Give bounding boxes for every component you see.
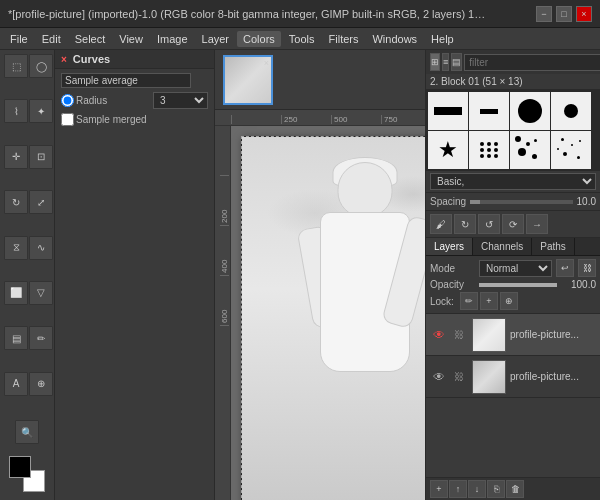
brush-view-list[interactable]: ≡ [442, 53, 449, 71]
opacity-slider[interactable] [479, 283, 557, 287]
layer-bottom-bar: + ↑ ↓ ⎘ 🗑 [426, 477, 600, 500]
brush-cell-rect-sm[interactable] [469, 92, 509, 130]
curves-merged-checkbox[interactable] [61, 113, 74, 126]
brush-cell-dots[interactable] [469, 131, 509, 169]
tool-ellipse-select[interactable]: ◯ [29, 54, 53, 78]
mode-label: Mode [430, 263, 475, 274]
menu-colors[interactable]: Colors [237, 31, 281, 47]
tool-smudge[interactable]: ∿ [29, 236, 53, 260]
curves-close[interactable]: × [61, 54, 67, 65]
brush-shape-circle-sm [564, 104, 578, 118]
menu-image[interactable]: Image [151, 31, 194, 47]
brush-cell-circle-sm[interactable] [551, 92, 591, 130]
layers-panel: Layers Channels Paths Mode Normal ↩ ⛓ Op… [426, 238, 600, 500]
mode-row: Mode Normal ↩ ⛓ [430, 259, 596, 277]
brush-view-large[interactable]: ▤ [451, 53, 462, 71]
new-layer-btn[interactable]: + [430, 480, 448, 498]
brush-cell-star[interactable]: ★ [428, 131, 468, 169]
menu-edit[interactable]: Edit [36, 31, 67, 47]
menu-select[interactable]: Select [69, 31, 112, 47]
tool-bucket[interactable]: ▽ [29, 281, 53, 305]
menu-layer[interactable]: Layer [196, 31, 236, 47]
close-button[interactable]: × [576, 6, 592, 22]
spacing-slider[interactable] [470, 200, 572, 204]
tab-layers[interactable]: Layers [426, 238, 473, 255]
menu-tools[interactable]: Tools [283, 31, 321, 47]
mode-select[interactable]: Normal [479, 260, 552, 277]
curves-body: Radius 3 Sample merged [55, 69, 214, 130]
tool-move[interactable]: ✛ [4, 145, 28, 169]
opacity-label: Opacity [430, 279, 475, 290]
layer-item-2[interactable]: 👁 ⛓ profile-picture... [426, 356, 600, 398]
layer-1-link-icon[interactable]: ⛓ [450, 326, 468, 344]
layer-2-visibility-icon[interactable]: 👁 [430, 368, 448, 386]
curves-radius-select[interactable]: 3 [153, 92, 208, 109]
curves-channel-input[interactable] [61, 73, 191, 88]
foreground-color-swatch[interactable] [9, 456, 31, 478]
brush-cell-scatter1[interactable] [510, 131, 550, 169]
tool-crop[interactable]: ⊡ [29, 145, 53, 169]
mode-reset-btn[interactable]: ↩ [556, 259, 574, 277]
mode-chain-btn[interactable]: ⛓ [578, 259, 596, 277]
lock-pencil-btn[interactable]: ✏ [460, 292, 478, 310]
tool-pencil[interactable]: ✏ [29, 326, 53, 350]
duplicate-layer-btn[interactable]: ⎘ [487, 480, 505, 498]
tool-scale[interactable]: ⤢ [29, 190, 53, 214]
layer-2-link-icon[interactable]: ⛓ [450, 368, 468, 386]
tool-shear[interactable]: ⧖ [4, 236, 28, 260]
brush-filter-input[interactable] [464, 54, 600, 71]
tab-channels[interactable]: Channels [473, 238, 532, 255]
title-controls: − □ × [536, 6, 592, 22]
brush-shape-scatter2 [553, 134, 589, 166]
tool-rect-select[interactable]: ⬚ [4, 54, 28, 78]
brush-view-grid[interactable]: ⊞ [430, 53, 440, 71]
menu-filters[interactable]: Filters [323, 31, 365, 47]
brush-cell-circle-lg[interactable] [510, 92, 550, 130]
opacity-row: Opacity 100.0 [430, 279, 596, 290]
tab-paths[interactable]: Paths [532, 238, 575, 255]
curves-merged-label: Sample merged [76, 114, 147, 125]
layer-1-thumb-image [473, 319, 505, 351]
brush-rotate-icon-btn[interactable]: ↻ [454, 214, 476, 234]
brush-arrow-icon-btn[interactable]: → [526, 214, 548, 234]
menu-help[interactable]: Help [425, 31, 460, 47]
tool-zoom[interactable]: 🔍 [15, 420, 39, 444]
spacing-row: Spacing 10.0 [426, 192, 600, 210]
lock-plus-btn[interactable]: + [480, 292, 498, 310]
tool-rotate[interactable]: ↻ [4, 190, 28, 214]
brush-cell-rect-wide[interactable] [428, 92, 468, 130]
brush-grid: ★ [426, 90, 600, 171]
brushes-preset-row: Basic, [426, 171, 600, 192]
tool-eraser[interactable]: ⬜ [4, 281, 28, 305]
thumbnail-strip: × [215, 50, 425, 110]
tool-grid: ⬚ ◯ ⌇ ✦ ✛ ⊡ ↻ ⤢ ⧖ ∿ ⬜ ▽ ▤ ✏ A ⊕ [0, 50, 54, 420]
tool-free-select[interactable]: ⌇ [4, 99, 28, 123]
layer-1-visibility-icon[interactable]: 👁 [430, 326, 448, 344]
canvas-image-container [241, 136, 425, 500]
maximize-button[interactable]: □ [556, 6, 572, 22]
tool-gradient[interactable]: ▤ [4, 326, 28, 350]
tool-fuzzy-select[interactable]: ✦ [29, 99, 53, 123]
brush-reset-icon-btn[interactable]: ↺ [478, 214, 500, 234]
layer-item-1[interactable]: 👁 ⛓ profile-picture... [426, 314, 600, 356]
opacity-fill [479, 283, 557, 287]
brush-paint-icon-btn[interactable]: 🖌 [430, 214, 452, 234]
delete-layer-btn[interactable]: 🗑 [506, 480, 524, 498]
lock-circle-btn[interactable]: ⊕ [500, 292, 518, 310]
document-thumb[interactable]: × [223, 55, 273, 105]
toolbox: ⬚ ◯ ⌇ ✦ ✛ ⊡ ↻ ⤢ ⧖ ∿ ⬜ ▽ ▤ ✏ A ⊕ 🔍 [0, 50, 55, 500]
canvas-viewport[interactable] [231, 126, 425, 500]
tool-clone[interactable]: ⊕ [29, 372, 53, 396]
tool-text[interactable]: A [4, 372, 28, 396]
lower-layer-btn[interactable]: ↓ [468, 480, 486, 498]
menu-file[interactable]: File [4, 31, 34, 47]
menu-windows[interactable]: Windows [366, 31, 423, 47]
brush-preset-select[interactable]: Basic, [430, 173, 596, 190]
menu-view[interactable]: View [113, 31, 149, 47]
raise-layer-btn[interactable]: ↑ [449, 480, 467, 498]
brush-refresh-icon-btn[interactable]: ⟳ [502, 214, 524, 234]
minimize-button[interactable]: − [536, 6, 552, 22]
brush-cell-scatter2[interactable] [551, 131, 591, 169]
curves-radius-radio[interactable] [61, 94, 74, 107]
thumb-close-icon[interactable]: × [264, 58, 269, 68]
